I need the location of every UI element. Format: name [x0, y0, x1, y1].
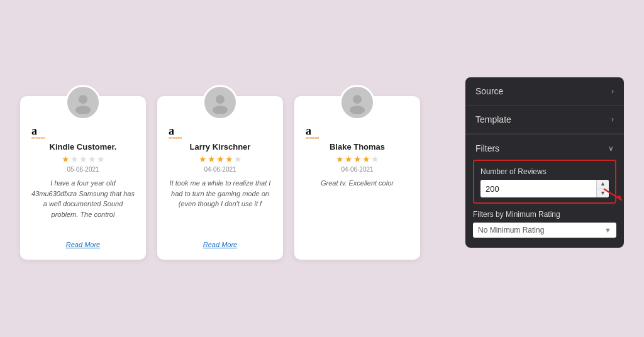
star-1-1: ★	[62, 154, 70, 164]
review-card-2: a amazon Larry Kirschner ★ ★ ★ ★ ★ 04-06…	[157, 96, 283, 260]
amazon-logo-1: a amazon	[31, 125, 45, 140]
filters-chevron-icon: ∨	[608, 144, 614, 153]
star-2-1: ★	[199, 154, 207, 164]
avatar-2	[203, 85, 238, 120]
source-label: Source	[475, 86, 503, 96]
review-date-1: 05-06-2021	[67, 166, 99, 173]
review-text-2: It took me a while to realize that I had…	[169, 178, 272, 237]
read-more-1[interactable]: Read More	[66, 241, 100, 248]
review-card-3: a amazon Blake Thomas ★ ★ ★ ★ ★ 04-06-20…	[294, 96, 420, 260]
star-3-1: ★	[336, 154, 344, 164]
filters-label: Filters	[475, 143, 499, 153]
svg-point-2	[216, 95, 225, 104]
star-3-3: ★	[353, 154, 362, 164]
select-chevron-icon: ▼	[599, 226, 616, 234]
stars-2: ★ ★ ★ ★ ★	[199, 154, 242, 164]
star-2-3: ★	[216, 154, 225, 164]
source-row[interactable]: Source ›	[465, 77, 624, 106]
filters-body: Number of Reviews ▲ ▼	[465, 160, 624, 248]
minimum-rating-select-row: No Minimum Rating 1 Star 2 Stars 3 Stars…	[473, 223, 616, 238]
star-1-2: ★	[70, 154, 79, 164]
svg-point-5	[350, 106, 365, 114]
reviewer-name-2: Larry Kirschner	[190, 142, 251, 152]
star-1-3: ★	[79, 154, 87, 164]
number-of-reviews-label: Number of Reviews	[480, 167, 609, 176]
number-of-reviews-input[interactable]	[480, 182, 596, 196]
review-text-3: Great tv. Excellent color	[321, 178, 394, 248]
review-card-1: a amazon Kindle Customer. ★ ★ ★ ★ ★ 05-0…	[20, 96, 146, 260]
star-1-4: ★	[88, 154, 96, 164]
amazon-logo-3: a amazon	[306, 125, 319, 140]
reviewer-name-1: Kindle Customer.	[50, 142, 117, 152]
star-2-4: ★	[225, 154, 233, 164]
review-date-3: 04-06-2021	[341, 166, 373, 173]
svg-point-1	[75, 106, 91, 114]
avatar-1	[65, 85, 101, 120]
reviewer-name-3: Blake Thomas	[330, 142, 385, 152]
minimum-rating-group: Filters by Minimum Rating No Minimum Rat…	[473, 210, 616, 240]
cards-area: a amazon Kindle Customer. ★ ★ ★ ★ ★ 05-0…	[20, 77, 453, 260]
sidebar-panel: Source › Template › Filters ∨ Number of …	[465, 77, 624, 248]
review-date-2: 04-06-2021	[204, 166, 236, 173]
number-of-reviews-input-row: ▲ ▼	[480, 180, 609, 197]
template-row[interactable]: Template ›	[465, 106, 624, 134]
red-arrow-icon	[601, 186, 624, 204]
template-label: Template	[475, 114, 511, 124]
number-of-reviews-group: Number of Reviews ▲ ▼	[473, 160, 616, 204]
minimum-rating-select[interactable]: No Minimum Rating 1 Star 2 Stars 3 Stars…	[473, 223, 599, 238]
star-3-5: ★	[371, 154, 379, 164]
main-container: a amazon Kindle Customer. ★ ★ ★ ★ ★ 05-0…	[20, 65, 624, 272]
filters-section: Filters ∨ Number of Reviews ▲ ▼	[465, 134, 624, 248]
star-3-2: ★	[345, 154, 353, 164]
svg-point-3	[213, 106, 228, 114]
stars-1: ★ ★ ★ ★ ★	[62, 154, 105, 164]
read-more-2[interactable]: Read More	[203, 241, 237, 248]
template-chevron-icon: ›	[611, 115, 614, 124]
star-1-5: ★	[97, 154, 105, 164]
amazon-logo-2: a amazon	[169, 125, 182, 140]
svg-point-0	[79, 95, 87, 104]
avatar-3	[340, 85, 375, 120]
star-2-5: ★	[234, 154, 242, 164]
minimum-rating-label: Filters by Minimum Rating	[473, 210, 616, 219]
stars-3: ★ ★ ★ ★ ★	[336, 154, 379, 164]
filters-header[interactable]: Filters ∨	[465, 135, 624, 160]
review-text-1: I have a four year old 43mu630dfxza Sams…	[31, 178, 135, 237]
star-2-2: ★	[208, 154, 216, 164]
star-3-4: ★	[362, 154, 370, 164]
source-chevron-icon: ›	[611, 87, 614, 96]
svg-point-4	[353, 95, 362, 104]
